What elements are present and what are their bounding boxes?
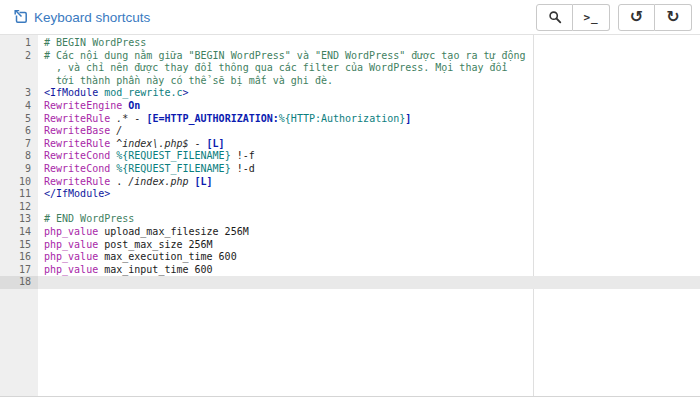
code-line[interactable]: 14php_value upload_max_filesize 256M (0, 226, 700, 239)
line-number: 4 (0, 100, 38, 113)
code-line[interactable]: 1# BEGIN WordPress (0, 37, 700, 50)
keyboard-shortcuts-link[interactable]: Keyboard shortcuts (14, 10, 150, 25)
code-line[interactable]: 7RewriteRule ^index\.php$ - [L] (0, 138, 700, 151)
line-number: 15 (0, 239, 38, 252)
code-line[interactable]: 11</IfModule> (0, 188, 700, 201)
line-number: 14 (0, 226, 38, 239)
keyboard-shortcuts-label: Keyboard shortcuts (34, 10, 150, 25)
file-editor-window: Keyboard shortcuts >_ ↺ ↻ (0, 0, 700, 397)
code-line-text: RewriteBase / (38, 125, 700, 138)
code-line[interactable]: 4RewriteEngine On (0, 100, 700, 113)
code-line-text: tới thành phần này có thể sẽ bị mất và g… (38, 75, 700, 88)
code-line[interactable]: 9RewriteCond %{REQUEST_FILENAME} !-d (0, 163, 700, 176)
code-line[interactable]: 18 (0, 276, 700, 289)
search-button[interactable] (536, 4, 573, 31)
line-number: 10 (0, 176, 38, 189)
code-line-text: RewriteEngine On (38, 100, 700, 113)
code-line-text: php_value max_input_time 600 (38, 264, 700, 277)
line-number: 18 (0, 276, 38, 289)
code-line[interactable]: , và chỉ nên được thay đổi thông qua các… (0, 62, 700, 75)
code-line-text (38, 201, 700, 214)
code-line[interactable]: 10RewriteRule . /index.php [L] (0, 176, 700, 189)
line-number (0, 62, 38, 75)
code-line[interactable]: 5RewriteRule .* - [E=HTTP_AUTHORIZATION:… (0, 113, 700, 126)
code-line-text: # END WordPress (38, 213, 700, 226)
code-line[interactable]: 17php_value max_input_time 600 (0, 264, 700, 277)
code-line-text: </IfModule> (38, 188, 700, 201)
line-number: 7 (0, 138, 38, 151)
line-number: 1 (0, 37, 38, 50)
keyboard-shortcuts-icon (14, 10, 28, 24)
code-line-text: RewriteRule ^index\.php$ - [L] (38, 138, 700, 151)
undo-icon: ↺ (630, 9, 643, 25)
line-number: 16 (0, 251, 38, 264)
code-line-text: # Các nội dung nằm giữa "BEGIN WordPress… (38, 50, 700, 63)
code-line-text: # BEGIN WordPress (38, 37, 700, 50)
undo-button[interactable]: ↺ (618, 4, 655, 31)
code-line[interactable]: 16php_value max_execution_time 600 (0, 251, 700, 264)
code-line[interactable]: 6RewriteBase / (0, 125, 700, 138)
code-line-text: RewriteRule .* - [E=HTTP_AUTHORIZATION:%… (38, 113, 700, 126)
line-number: 17 (0, 264, 38, 277)
code-line[interactable]: tới thành phần này có thể sẽ bị mất và g… (0, 75, 700, 88)
code-line-text: php_value upload_max_filesize 256M (38, 226, 700, 239)
code-line-text: , và chỉ nên được thay đổi thông qua các… (38, 62, 700, 75)
code-line[interactable]: 2# Các nội dung nằm giữa "BEGIN WordPres… (0, 50, 700, 63)
code-line-text: RewriteRule . /index.php [L] (38, 176, 700, 189)
line-number: 6 (0, 125, 38, 138)
line-number: 13 (0, 213, 38, 226)
line-number: 2 (0, 50, 38, 63)
terminal-icon: >_ (583, 11, 598, 24)
line-number (0, 75, 38, 88)
code-line-text: <IfModule mod_rewrite.c> (38, 87, 700, 100)
toolbar-buttons: >_ ↺ ↻ (536, 4, 692, 31)
line-number: 11 (0, 188, 38, 201)
redo-button[interactable]: ↻ (655, 4, 692, 31)
line-number: 5 (0, 113, 38, 126)
code-line[interactable]: 13# END WordPress (0, 213, 700, 226)
line-number: 9 (0, 163, 38, 176)
code-editor[interactable]: 1# BEGIN WordPress2# Các nội dung nằm gi… (0, 35, 700, 397)
toolbar: Keyboard shortcuts >_ ↺ ↻ (0, 0, 700, 35)
code-area: 1# BEGIN WordPress2# Các nội dung nằm gi… (0, 35, 700, 289)
code-line-text: RewriteCond %{REQUEST_FILENAME} !-d (38, 163, 700, 176)
code-line[interactable]: 8RewriteCond %{REQUEST_FILENAME} !-f (0, 150, 700, 163)
line-number: 8 (0, 150, 38, 163)
code-line-text (38, 276, 700, 289)
code-line[interactable]: 15php_value post_max_size 256M (0, 239, 700, 252)
line-number: 3 (0, 87, 38, 100)
undo-redo-group: ↺ ↻ (618, 4, 692, 31)
search-terminal-group: >_ (536, 4, 610, 31)
code-line-text: php_value post_max_size 256M (38, 239, 700, 252)
line-number: 12 (0, 201, 38, 214)
code-line[interactable]: 3<IfModule mod_rewrite.c> (0, 87, 700, 100)
search-icon (548, 10, 562, 24)
redo-icon: ↻ (666, 9, 679, 25)
terminal-button[interactable]: >_ (573, 4, 610, 31)
code-line[interactable]: 12 (0, 201, 700, 214)
code-line-text: RewriteCond %{REQUEST_FILENAME} !-f (38, 150, 700, 163)
code-line-text: php_value max_execution_time 600 (38, 251, 700, 264)
